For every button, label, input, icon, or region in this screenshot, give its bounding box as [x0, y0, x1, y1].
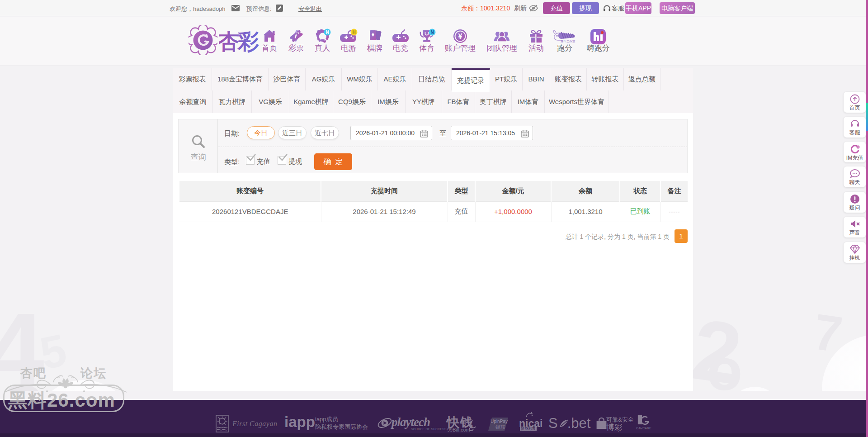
svg-text:犀牛工作室: 犀牛工作室 [561, 40, 576, 43]
svg-text:N: N [430, 30, 434, 35]
svg-text:银联: 银联 [495, 424, 505, 430]
svg-text:N: N [326, 30, 329, 35]
svg-text:UpinPay: UpinPay [491, 419, 508, 424]
svg-text:H: H [352, 30, 355, 35]
svg-text:¥: ¥ [458, 33, 462, 40]
